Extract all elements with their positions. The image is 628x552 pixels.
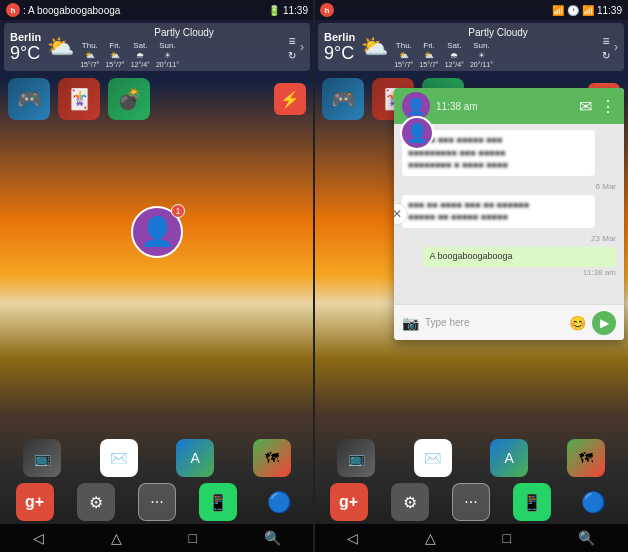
app-icon-game2[interactable]: 🃏 xyxy=(58,78,100,120)
battery-icon: 🔋 xyxy=(268,5,280,16)
weather-refresh-right[interactable]: ↻ xyxy=(602,50,610,61)
bottom-row-1: 📺 ✉️ A 🗺 xyxy=(4,436,310,480)
weather-icon-left: ⛅ xyxy=(47,34,74,60)
search-button-right[interactable]: 🔍 xyxy=(578,530,595,546)
close-icon: ✕ xyxy=(394,207,402,221)
right-screen: h 📶 🕐 📶 11:39 Berlin 9°C ⛅ Partly Cloudy… xyxy=(314,0,628,552)
chat-header-face: 👤 xyxy=(406,97,426,116)
app-all-apps[interactable]: ··· xyxy=(138,483,176,521)
home-button-right[interactable]: △ xyxy=(425,530,436,546)
chat-messages-area: ■■■■■ ■■■ ■■■■■ ■■■■■■■■■■■■ ■■■ ■■■■■■■… xyxy=(394,124,624,304)
weather-right-right[interactable]: ≡ ↻ xyxy=(602,34,610,61)
weather-center-right: Partly Cloudy Thu.⛅15°/7° Fri.⛅15°/7° Sa… xyxy=(394,27,602,68)
envelope-icon[interactable]: ✉ xyxy=(579,97,592,116)
weather-condition-left: Partly Cloudy xyxy=(80,27,288,38)
avatar-face-icon: 👤 xyxy=(140,215,175,248)
app-translate[interactable]: A xyxy=(176,439,214,477)
app-whatsapp[interactable]: 📱 xyxy=(199,483,237,521)
home-button-left[interactable]: △ xyxy=(111,530,122,546)
weather-right-controls[interactable]: ≡ ↻ xyxy=(288,34,296,61)
status-app-name: : A boogaboogabooga xyxy=(23,5,120,16)
signal-icon: 📶 xyxy=(582,5,594,16)
app-settings[interactable]: ⚙ xyxy=(77,483,115,521)
app-maps-right[interactable]: 🗺 xyxy=(567,439,605,477)
bolt-widget-left[interactable]: ⚡ xyxy=(274,83,306,115)
weather-center-left: Partly Cloudy Thu. ⛅ 15°/7° Fri. ⛅ 15°/7… xyxy=(80,27,288,68)
weather-menu-right[interactable]: ≡ xyxy=(602,34,609,48)
contact-face: 👤 xyxy=(406,122,428,144)
weather-left-right: Berlin 9°C xyxy=(324,31,355,64)
bottom-row-2: g+ ⚙ ··· 📱 🔵 xyxy=(4,480,310,524)
send-icon: ▶ xyxy=(600,316,609,330)
top-apps-left: 🎮 🃏 💣 ⚡ xyxy=(0,74,314,124)
bolt-icon-symbol: ⚡ xyxy=(280,90,300,109)
weather-left-section: Berlin 9°C xyxy=(10,31,41,64)
app-translate-right[interactable]: A xyxy=(490,439,528,477)
status-icons-right: 📶 🕐 📶 11:39 xyxy=(552,5,622,16)
weather-day-sat: Sat. 🌧 12°/4° xyxy=(131,41,150,68)
chat-text-input[interactable]: Type here xyxy=(425,317,563,328)
alarm-icon: 🕐 xyxy=(567,5,579,16)
recents-button-right[interactable]: □ xyxy=(503,530,511,546)
bottom-dock-left: 📺 ✉️ A 🗺 g+ ⚙ ··· 📱 🔵 xyxy=(0,436,314,524)
message-2: ■■■ ■■ ■■■■ ■■■ ■■ ■■■■■■■■■■■ ■■ ■■■■■ … xyxy=(402,195,595,228)
app-chrome-right[interactable]: 🔵 xyxy=(574,483,612,521)
weather-days-left: Thu. ⛅ 15°/7° Fri. ⛅ 15°/7° Sat. 🌧 12°/4… xyxy=(80,41,288,68)
chat-more-icon[interactable]: ⋮ xyxy=(600,97,616,116)
status-bar-right-left-section: h xyxy=(320,3,334,17)
app-icon-game1[interactable]: 🎮 xyxy=(8,78,50,120)
app-all-apps-right[interactable]: ··· xyxy=(452,483,490,521)
bottom-row-right-1: 📺 ✉️ A 🗺 xyxy=(318,436,624,480)
chat-header-actions: ✉ ⋮ xyxy=(579,97,616,116)
city-name-right: Berlin xyxy=(324,31,355,43)
weather-icon-right: ⛅ xyxy=(361,34,388,60)
nav-bar-right: ◁ △ □ 🔍 xyxy=(314,524,628,552)
weather-widget-left[interactable]: Berlin 9°C ⛅ Partly Cloudy Thu. ⛅ 15°/7°… xyxy=(4,23,310,71)
time-right: 11:39 xyxy=(597,5,622,16)
app-icon-game3[interactable]: 💣 xyxy=(108,78,150,120)
weather-day-fri: Fri. ⛅ 15°/7° xyxy=(105,41,124,68)
search-button-left[interactable]: 🔍 xyxy=(264,530,281,546)
weather-refresh-icon[interactable]: ↻ xyxy=(288,50,296,61)
sent-time: 11:38 am xyxy=(423,268,616,277)
weather-day-thu: Thu. ⛅ 15°/7° xyxy=(80,41,99,68)
weather-arrow-icon[interactable]: › xyxy=(300,40,304,54)
app-google-plus[interactable]: g+ xyxy=(16,483,54,521)
back-button-left[interactable]: ◁ xyxy=(33,530,44,546)
app-gmail[interactable]: ✉️ xyxy=(100,439,138,477)
recents-button-left[interactable]: □ xyxy=(189,530,197,546)
weather-arrow-right[interactable]: › xyxy=(614,40,618,54)
app-settings-right[interactable]: ⚙ xyxy=(391,483,429,521)
notification-badge: 1 xyxy=(171,204,185,218)
app-tv-right[interactable]: 📺 xyxy=(337,439,375,477)
weather-widget-right[interactable]: Berlin 9°C ⛅ Partly Cloudy Thu.⛅15°/7° F… xyxy=(318,23,624,71)
htc-logo: h xyxy=(6,3,20,17)
chat-contact-avatar: 👤 xyxy=(400,116,434,150)
app-gmail-right[interactable]: ✉️ xyxy=(414,439,452,477)
sent-bubble: A boogaboogabooga xyxy=(423,247,616,267)
chat-input-bar: 📷 Type here 😊 ▶ xyxy=(394,304,624,340)
date-separator-2: 23 Mar xyxy=(402,234,616,243)
weather-menu-icon[interactable]: ≡ xyxy=(288,34,295,48)
app-icon-game1-right[interactable]: 🎮 xyxy=(322,78,364,120)
app-maps[interactable]: 🗺 xyxy=(253,439,291,477)
temperature-left: 9°C xyxy=(10,43,41,64)
app-tv[interactable]: 📺 xyxy=(23,439,61,477)
camera-icon[interactable]: 📷 xyxy=(402,315,419,331)
message-sent: A boogaboogabooga 11:38 am xyxy=(423,247,616,277)
weather-days-right: Thu.⛅15°/7° Fri.⛅15°/7° Sat.🌧12°/4° Sun.… xyxy=(394,41,602,68)
left-screen: h : A boogaboogabooga 🔋 11:39 Berlin 9°C… xyxy=(0,0,314,552)
htc-logo-right: h xyxy=(320,3,334,17)
back-button-right[interactable]: ◁ xyxy=(347,530,358,546)
chat-bubble-float[interactable]: 👤 1 xyxy=(131,206,183,258)
app-whatsapp-right[interactable]: 📱 xyxy=(513,483,551,521)
app-google-plus-right[interactable]: g+ xyxy=(330,483,368,521)
emoji-icon[interactable]: 😊 xyxy=(569,315,586,331)
date-separator-1: 6 Mar xyxy=(402,182,616,191)
weather-condition-right: Partly Cloudy xyxy=(394,27,602,38)
app-chrome[interactable]: 🔵 xyxy=(260,483,298,521)
chat-header-time: 11:38 am xyxy=(436,101,579,112)
send-button[interactable]: ▶ xyxy=(592,311,616,335)
weather-day-sun: Sun. ☀ 20°/11° xyxy=(156,41,179,68)
chat-header: 👤 11:38 am ✉ ⋮ xyxy=(394,88,624,124)
